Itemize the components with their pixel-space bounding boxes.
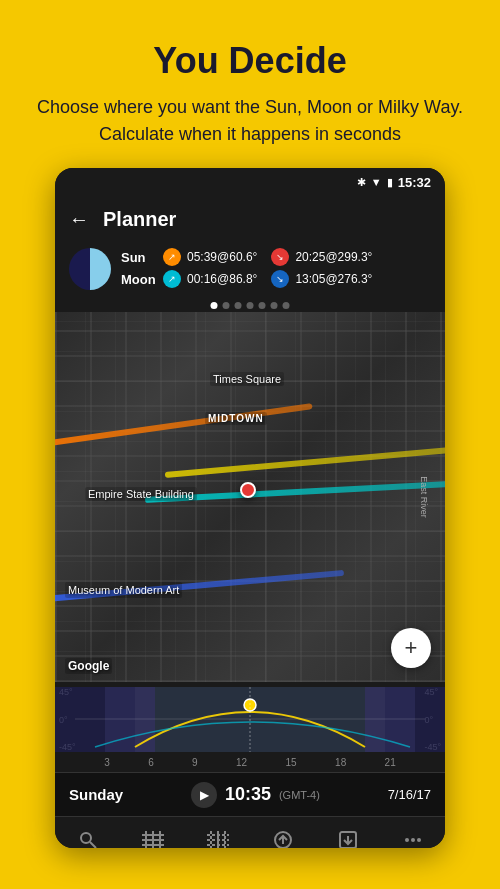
dot-6 bbox=[271, 302, 278, 309]
dot-2 bbox=[223, 302, 230, 309]
load-icon bbox=[273, 830, 293, 849]
more-icon bbox=[403, 830, 423, 849]
sun-rise-badge: ↗ bbox=[163, 248, 181, 266]
label-google: Google bbox=[65, 658, 112, 674]
dot-3 bbox=[235, 302, 242, 309]
status-time: 15:32 bbox=[398, 175, 431, 190]
dot-1 bbox=[211, 302, 218, 309]
sun-row: Sun ↗ 05:39@60.6° ↘ 20:25@299.3° bbox=[121, 248, 372, 266]
moon-rise-time: 00:16@86.8° bbox=[187, 272, 257, 286]
nav-load[interactable]: Load bbox=[250, 830, 315, 849]
zoom-button[interactable]: + bbox=[391, 628, 431, 668]
nav-save[interactable]: Save bbox=[315, 830, 380, 849]
moon-rise-badge: ↗ bbox=[163, 270, 181, 288]
label-museum: Museum of Modern Art bbox=[65, 582, 182, 598]
status-bar: ✱ ▼ ▮ 15:32 bbox=[55, 168, 445, 196]
night-ar-icon bbox=[207, 831, 229, 849]
celestial-icon bbox=[69, 248, 111, 290]
sun-set-badge: ↘ bbox=[271, 248, 289, 266]
moon-set-badge: ↘ bbox=[271, 270, 289, 288]
promo-section: You Decide Choose where you want the Sun… bbox=[0, 0, 500, 168]
dot-4 bbox=[247, 302, 254, 309]
sun-set-time: 20:25@299.3° bbox=[295, 250, 372, 264]
chart-x-12: 12 bbox=[236, 757, 247, 768]
page-title: You Decide bbox=[30, 40, 470, 82]
map-background: Times Square MIDTOWN Empire State Buildi… bbox=[55, 312, 445, 682]
svg-point-28 bbox=[405, 838, 409, 842]
sun-rise-time: 05:39@60.6° bbox=[187, 250, 257, 264]
label-midtown: MIDTOWN bbox=[205, 412, 267, 425]
label-times-square: Times Square bbox=[210, 372, 284, 386]
chart-x-9: 9 bbox=[192, 757, 198, 768]
celestial-rows: Sun ↗ 05:39@60.6° ↘ 20:25@299.3° Moon ↗ … bbox=[121, 248, 372, 290]
map-area[interactable]: Times Square MIDTOWN Empire State Buildi… bbox=[55, 312, 445, 682]
bluetooth-icon: ✱ bbox=[357, 176, 366, 189]
chart-x-3: 3 bbox=[104, 757, 110, 768]
sun-label: Sun bbox=[121, 250, 157, 265]
moon-set-time: 13:05@276.3° bbox=[295, 272, 372, 286]
page-subtitle: Choose where you want the Sun, Moon or M… bbox=[30, 94, 470, 148]
chart-x-18: 18 bbox=[335, 757, 346, 768]
date-label: 7/16/17 bbox=[388, 787, 431, 802]
chart-svg bbox=[55, 687, 445, 752]
battery-icon: ▮ bbox=[387, 176, 393, 189]
location-marker[interactable] bbox=[240, 482, 256, 498]
phone-frame: ✱ ▼ ▮ 15:32 ← Planner Sun ↗ 05:39@60.6° … bbox=[55, 168, 445, 848]
search-icon bbox=[78, 830, 98, 849]
moon-row: Moon ↗ 00:16@86.8° ↘ 13:05@276.3° bbox=[121, 270, 372, 288]
app-header: ← Planner bbox=[55, 196, 445, 242]
dot-5 bbox=[259, 302, 266, 309]
gmt-label: (GMT-4) bbox=[279, 789, 320, 801]
bottom-nav: Find AR Night AR bbox=[55, 816, 445, 848]
ar-icon bbox=[142, 831, 164, 849]
nav-find[interactable]: Find bbox=[55, 830, 120, 849]
page-dots bbox=[211, 302, 290, 309]
chart-x-6: 6 bbox=[148, 757, 154, 768]
play-icon: ▶ bbox=[200, 788, 209, 802]
moon-label: Moon bbox=[121, 272, 157, 287]
day-label: Sunday bbox=[69, 786, 123, 803]
nav-ar[interactable]: AR bbox=[120, 831, 185, 849]
play-button[interactable]: ▶ bbox=[191, 782, 217, 808]
east-side-label: East River bbox=[419, 476, 429, 518]
celestial-info-bar: Sun ↗ 05:39@60.6° ↘ 20:25@299.3° Moon ↗ … bbox=[55, 242, 445, 298]
time-display: ▶ 10:35 (GMT-4) bbox=[191, 782, 320, 808]
time-bar: Sunday ▶ 10:35 (GMT-4) 7/16/17 bbox=[55, 772, 445, 816]
nav-night-ar[interactable]: Night AR bbox=[185, 831, 250, 849]
status-icons: ✱ ▼ ▮ 15:32 bbox=[357, 175, 431, 190]
dot-7 bbox=[283, 302, 290, 309]
svg-point-29 bbox=[411, 838, 415, 842]
svg-point-30 bbox=[417, 838, 421, 842]
chart-x-21: 21 bbox=[385, 757, 396, 768]
chart-inner: 45° 0° -45° 45° 0° -45° bbox=[55, 687, 445, 752]
svg-point-10 bbox=[81, 833, 91, 843]
nav-more[interactable]: More bbox=[380, 830, 445, 849]
back-button[interactable]: ← bbox=[69, 208, 89, 231]
chart-bar: 45° 0° -45° 45° 0° -45° bbox=[55, 682, 445, 772]
label-empire-state: Empire State Building bbox=[85, 487, 197, 501]
chart-x-labels: 3 6 9 12 15 18 21 bbox=[55, 757, 445, 768]
app-title: Planner bbox=[103, 208, 176, 231]
chart-x-15: 15 bbox=[286, 757, 297, 768]
save-icon bbox=[338, 830, 358, 849]
svg-line-11 bbox=[90, 842, 96, 848]
wifi-icon: ▼ bbox=[371, 176, 382, 188]
current-time: 10:35 bbox=[225, 784, 271, 805]
